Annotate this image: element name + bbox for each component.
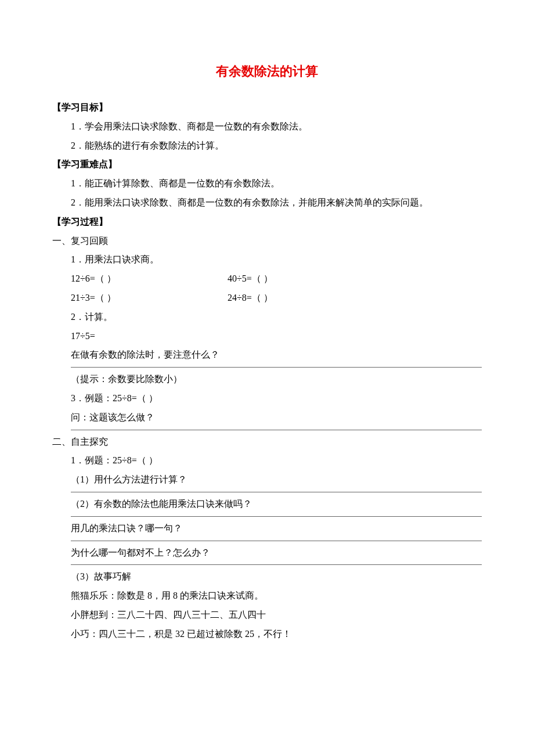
keypoint-item-2: 2．能用乘法口诀求除数、商都是一位数的有余数除法，并能用来解决简单的实际问题。 [71, 193, 482, 213]
equation: 40÷5=（ ） [228, 269, 482, 289]
equation: 17÷5= [71, 327, 482, 346]
answer-blank-line [71, 564, 482, 565]
example-problem: 3．例题：25÷8=（ ） [71, 389, 482, 408]
answer-blank-line [71, 367, 482, 368]
learning-process-heading: 【学习过程】 [52, 213, 482, 232]
story-line: 熊猫乐乐：除数是 8，用 8 的乘法口诀来试商。 [71, 586, 482, 606]
question-text: 问：这题该怎么做？ [71, 408, 482, 427]
hint-text: （提示：余数要比除数小） [71, 370, 482, 389]
question-text: 为什么哪一句都对不上？怎么办？ [71, 543, 482, 563]
question-text: （1）用什么方法进行计算？ [71, 470, 482, 489]
part2-body: 1．例题：25÷8=（ ） （1）用什么方法进行计算？ [52, 451, 482, 489]
learning-keypoints-heading: 【学习重难点】 [52, 155, 482, 174]
learning-keypoints-list: 1．能正确计算除数、商都是一位数的有余数除法。 2．能用乘法口诀求除数、商都是一… [52, 174, 482, 213]
equation: 12÷6=（ ） [71, 269, 228, 289]
part1-heading: 一、复习回顾 [52, 232, 482, 251]
equation: 21÷3=（ ） [71, 289, 228, 308]
learning-goals-heading: 【学习目标】 [52, 98, 482, 117]
p1-line: 2．计算。 [71, 308, 482, 327]
answer-blank-line [71, 430, 482, 430]
equation: 24÷8=（ ） [228, 289, 482, 308]
equation-row: 12÷6=（ ） 40÷5=（ ） [71, 269, 482, 289]
p1-line: 1．用乘法口诀求商。 [71, 250, 482, 269]
subsection-heading: （3）故事巧解 [71, 567, 482, 586]
answer-blank-line [71, 492, 482, 492]
part2-heading: 二、自主探究 [52, 433, 482, 452]
goal-item-1: 1．学会用乘法口诀求除数、商都是一位数的有余数除法。 [71, 117, 482, 136]
story-line: 小胖想到：三八二十四、四八三十二、五八四十 [71, 606, 482, 625]
learning-goals-list: 1．学会用乘法口诀求除数、商都是一位数的有余数除法。 2．能熟练的进行有余数除法… [52, 117, 482, 156]
question-text: （2）有余数的除法也能用乘法口诀来做吗？ [71, 495, 482, 514]
equation-row: 21÷3=（ ） 24÷8=（ ） [71, 289, 482, 308]
part1-body-cont: （提示：余数要比除数小） 3．例题：25÷8=（ ） 问：这题该怎么做？ [52, 370, 482, 427]
goal-item-2: 2．能熟练的进行有余数除法的计算。 [71, 136, 482, 156]
story-line: 小巧：四八三十二，积是 32 已超过被除数 25，不行！ [71, 625, 482, 644]
question-text: 在做有余数的除法时，要注意什么？ [71, 345, 482, 365]
answer-blank-line [71, 541, 482, 541]
example-problem: 1．例题：25÷8=（ ） [71, 451, 482, 470]
keypoint-item-1: 1．能正确计算除数、商都是一位数的有余数除法。 [71, 174, 482, 193]
answer-blank-line [71, 516, 482, 517]
part1-body: 1．用乘法口诀求商。 12÷6=（ ） 40÷5=（ ） 21÷3=（ ） 24… [52, 250, 482, 365]
question-text: 用几的乘法口诀？哪一句？ [71, 519, 482, 538]
document-title: 有余数除法的计算 [52, 58, 482, 84]
story-section: （3）故事巧解 熊猫乐乐：除数是 8，用 8 的乘法口诀来试商。 小胖想到：三八… [52, 567, 482, 643]
